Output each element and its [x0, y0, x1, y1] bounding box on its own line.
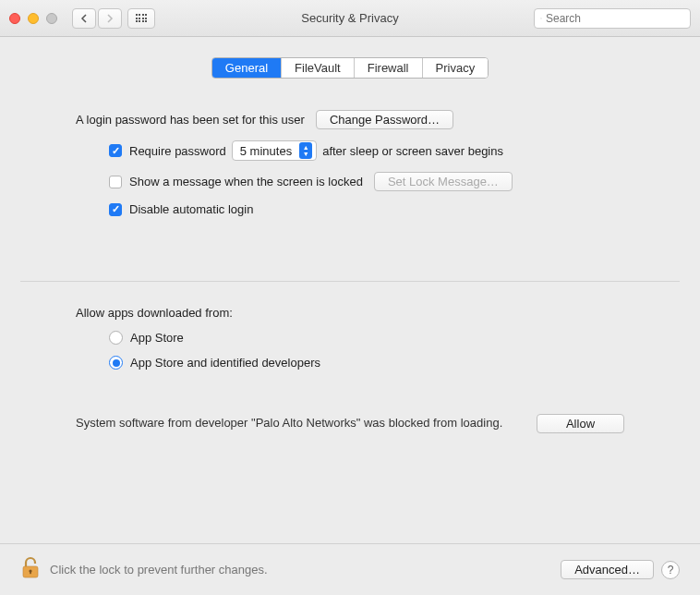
- require-password-checkbox[interactable]: [109, 144, 122, 157]
- radio-identified-developers[interactable]: [109, 356, 123, 370]
- blocked-software-row: System software from developer "Palo Alt…: [76, 414, 624, 433]
- divider: [20, 281, 680, 282]
- show-message-row: Show a message when the screen is locked…: [76, 172, 624, 191]
- show-message-checkbox[interactable]: [109, 176, 122, 188]
- radio-identified-label: App Store and identified developers: [130, 356, 320, 370]
- svg-point-0: [540, 18, 541, 18]
- traffic-lights: [9, 13, 57, 24]
- disable-auto-login-row: Disable automatic login: [76, 202, 624, 216]
- advanced-button[interactable]: Advanced…: [561, 560, 654, 579]
- segmented-tabs: General FileVault Firewall Privacy: [211, 57, 489, 79]
- allow-apps-radio-group: App Store App Store and identified devel…: [76, 331, 624, 370]
- close-window-button[interactable]: [9, 13, 20, 24]
- content-area: General FileVault Firewall Privacy A log…: [0, 57, 700, 433]
- allow-apps-option-identified[interactable]: App Store and identified developers: [109, 356, 624, 370]
- require-password-delay-value: 5 minutes: [240, 144, 292, 158]
- footer: Click the lock to prevent further change…: [0, 543, 700, 595]
- tab-filevault[interactable]: FileVault: [282, 58, 355, 78]
- radio-app-store-label: App Store: [130, 331, 184, 345]
- allow-apps-option-appstore[interactable]: App Store: [109, 331, 624, 345]
- lock-text: Click the lock to prevent further change…: [50, 563, 268, 577]
- login-password-text: A login password has been set for this u…: [76, 113, 305, 127]
- nav-buttons: [72, 8, 122, 29]
- tab-privacy[interactable]: Privacy: [423, 58, 489, 78]
- login-password-row: A login password has been set for this u…: [76, 110, 624, 129]
- window-title: Security & Privacy: [301, 11, 398, 25]
- minimize-window-button[interactable]: [28, 13, 39, 24]
- search-field[interactable]: [534, 8, 691, 29]
- titlebar: Security & Privacy: [0, 0, 700, 37]
- allow-apps-header: Allow apps downloaded from:: [76, 306, 624, 320]
- require-password-row: Require password 5 minutes ▲▼ after slee…: [76, 140, 624, 161]
- allow-button[interactable]: Allow: [537, 414, 624, 433]
- stepper-icon: ▲▼: [299, 142, 312, 159]
- set-lock-message-button: Set Lock Message…: [374, 172, 513, 191]
- grid-icon: [136, 14, 148, 22]
- show-all-button[interactable]: [127, 8, 155, 29]
- back-button[interactable]: [72, 8, 96, 29]
- lock-area[interactable]: Click the lock to prevent further change…: [20, 556, 268, 583]
- svg-line-1: [541, 18, 542, 19]
- zoom-window-button: [46, 13, 57, 24]
- tab-bar: General FileVault Firewall Privacy: [20, 57, 680, 79]
- disable-auto-login-label: Disable automatic login: [129, 202, 253, 216]
- require-password-label: Require password: [129, 144, 226, 158]
- radio-app-store[interactable]: [109, 331, 123, 345]
- tab-firewall[interactable]: Firewall: [355, 58, 423, 78]
- search-icon: [540, 13, 542, 24]
- footer-right: Advanced… ?: [561, 560, 680, 579]
- search-input[interactable]: [546, 12, 684, 25]
- general-panel: A login password has been set for this u…: [20, 79, 680, 433]
- require-password-suffix: after sleep or screen saver begins: [322, 144, 503, 158]
- disable-auto-login-checkbox[interactable]: [109, 203, 122, 216]
- blocked-software-text: System software from developer "Palo Alt…: [76, 414, 537, 432]
- forward-button[interactable]: [98, 8, 122, 29]
- require-password-delay-select[interactable]: 5 minutes ▲▼: [232, 140, 317, 161]
- change-password-button[interactable]: Change Password…: [316, 110, 453, 129]
- svg-rect-4: [30, 571, 31, 574]
- tab-general[interactable]: General: [212, 58, 282, 78]
- show-message-label: Show a message when the screen is locked: [129, 175, 363, 188]
- lock-icon: [20, 556, 41, 583]
- help-button[interactable]: ?: [661, 561, 680, 579]
